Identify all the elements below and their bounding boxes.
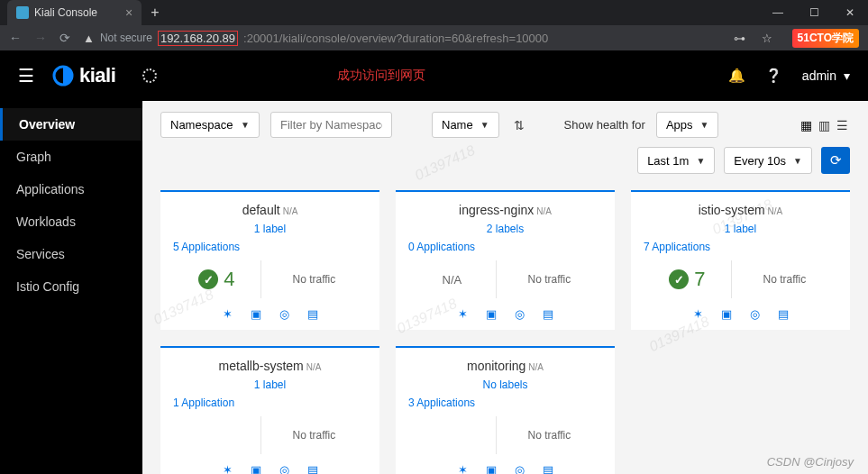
graph-icon[interactable]: ✶ (223, 463, 233, 474)
card-title: metallb-systemN/A (173, 359, 367, 373)
apps-icon[interactable]: ▣ (251, 307, 261, 321)
card-apps-link[interactable]: 1 Application (173, 397, 367, 409)
user-menu[interactable]: admin ▾ (802, 68, 850, 83)
card-health: ✓7 (644, 260, 731, 298)
config-icon[interactable]: ▤ (543, 463, 553, 474)
card-apps-link[interactable]: 0 Applications (408, 241, 602, 253)
view-expand-icon[interactable]: ▦ (798, 117, 814, 133)
tab-close-icon[interactable]: × (125, 5, 132, 20)
health-count: 4 (224, 268, 234, 291)
nav-forward-icon: → (34, 31, 47, 45)
card-labels-link[interactable]: 1 label (173, 223, 367, 235)
hamburger-icon[interactable]: ☰ (18, 65, 34, 87)
config-icon[interactable]: ▤ (543, 307, 553, 321)
apps-icon[interactable]: ▣ (721, 307, 732, 321)
card-apps-link[interactable]: 7 Applications (644, 241, 837, 253)
sidebar-item-graph[interactable]: Graph (0, 141, 142, 173)
card-action-icons: ✶ ▣ ◎ ▤ (173, 307, 367, 321)
workloads-icon[interactable]: ◎ (515, 307, 525, 321)
namespace-dropdown[interactable]: Namespace ▼ (160, 112, 260, 138)
annotation-note: 成功访问到网页 (337, 68, 425, 84)
namespace-card: metallb-systemN/A 1 label 1 Application … (160, 346, 379, 474)
view-list-icon[interactable]: ☰ (834, 117, 850, 133)
sidebar-item-istio-config[interactable]: Istio Config (0, 270, 142, 303)
card-apps-link[interactable]: 3 Applications (408, 397, 602, 409)
graph-icon[interactable]: ✶ (458, 463, 468, 474)
health-ok-icon: ✓ (198, 269, 218, 289)
apps-icon[interactable]: ▣ (251, 463, 261, 474)
workloads-icon[interactable]: ◎ (279, 463, 289, 474)
window-maximize-button[interactable]: ☐ (796, 0, 832, 25)
namespace-card: monitoringN/A No labels 3 Applications N… (396, 346, 615, 474)
config-icon[interactable]: ▤ (778, 307, 789, 321)
refresh-button[interactable]: ⟳ (821, 147, 850, 174)
kiali-logo-icon (52, 65, 74, 87)
workloads-icon[interactable]: ◎ (279, 307, 289, 321)
dropdown-value: Every 10s (734, 154, 786, 168)
card-labels-link[interactable]: 2 labels (408, 223, 602, 235)
time-range-dropdown[interactable]: Last 1m ▼ (637, 147, 715, 174)
card-health (408, 416, 496, 454)
browser-titlebar: Kiali Console × + — ☐ ✕ (0, 0, 868, 25)
card-labels-link[interactable]: No labels (408, 378, 602, 391)
sidebar-item-label: Graph (16, 150, 51, 164)
sort-direction-icon[interactable]: ⇅ (514, 118, 525, 132)
graph-icon[interactable]: ✶ (458, 307, 468, 321)
apps-icon[interactable]: ▣ (486, 307, 497, 321)
nav-back-icon[interactable]: ← (9, 31, 22, 45)
notifications-bell-icon[interactable]: 🔔 (728, 68, 745, 84)
sidebar-item-applications[interactable]: Applications (0, 173, 142, 205)
url-field[interactable]: ▲ Not secure 192.168.20.89:20001/kiali/c… (83, 31, 721, 46)
workloads-icon[interactable]: ◎ (515, 463, 525, 474)
dropdown-label: Namespace (170, 118, 233, 132)
window-close-button[interactable]: ✕ (832, 0, 868, 25)
apps-icon[interactable]: ▣ (486, 463, 497, 474)
loading-spinner-icon (142, 68, 157, 83)
card-traffic: No traffic (496, 260, 602, 298)
key-icon[interactable]: ⊶ (734, 32, 745, 45)
namespace-cards-grid: defaultN/A 1 label 5 Applications ✓4 No … (160, 190, 850, 474)
browser-tab[interactable]: Kiali Console × (7, 0, 142, 25)
config-icon[interactable]: ▤ (307, 307, 318, 321)
namespace-filter-input[interactable] (270, 112, 392, 138)
config-icon[interactable]: ▤ (307, 463, 318, 474)
sidebar-item-workloads[interactable]: Workloads (0, 205, 142, 238)
refresh-interval-dropdown[interactable]: Every 10s ▼ (724, 147, 812, 174)
toolbar-row-2: Last 1m ▼ Every 10s ▼ ⟳ (160, 147, 850, 174)
workloads-icon[interactable]: ◎ (750, 307, 760, 321)
health-count: 7 (694, 268, 705, 291)
card-labels-link[interactable]: 1 label (173, 378, 367, 391)
chevron-down-icon: ▼ (480, 120, 489, 130)
health-for-dropdown[interactable]: Apps ▼ (656, 112, 719, 138)
namespace-card: defaultN/A 1 label 5 Applications ✓4 No … (160, 190, 379, 330)
name-sort-dropdown[interactable]: Name ▼ (432, 112, 499, 138)
dropdown-value: Last 1m (647, 154, 689, 168)
url-host: 192.168.20.89 (158, 31, 238, 46)
card-labels-link[interactable]: 1 label (644, 223, 837, 235)
card-apps-link[interactable]: 5 Applications (173, 241, 367, 253)
card-title: defaultN/A (173, 203, 367, 217)
namespace-card: istio-systemN/A 1 label 7 Applications ✓… (631, 190, 850, 330)
sidebar-item-overview[interactable]: Overview (0, 108, 142, 141)
card-health: ✓4 (173, 260, 260, 298)
nav-reload-icon[interactable]: ⟳ (59, 31, 70, 45)
tab-title: Kiali Console (34, 6, 97, 19)
card-traffic: No traffic (260, 260, 367, 298)
toolbar-row-1: Namespace ▼ Name ▼ ⇅ Show health for App… (160, 112, 850, 138)
card-title: monitoringN/A (408, 359, 602, 373)
browser-address-bar: ← → ⟳ ▲ Not secure 192.168.20.89:20001/k… (0, 25, 868, 50)
health-ok-icon: ✓ (669, 269, 689, 289)
view-compact-icon[interactable]: ▥ (816, 117, 832, 133)
help-icon[interactable]: ❔ (765, 68, 782, 84)
new-tab-button[interactable]: + (151, 5, 159, 21)
user-name: admin (802, 68, 836, 83)
logo[interactable]: kiali (52, 64, 115, 87)
graph-icon[interactable]: ✶ (223, 307, 233, 321)
sidebar-item-services[interactable]: Services (0, 238, 142, 270)
dropdown-value: Apps (666, 118, 693, 132)
sidebar-item-label: Workloads (16, 214, 76, 229)
card-traffic: No traffic (260, 416, 367, 454)
graph-icon[interactable]: ✶ (693, 307, 703, 321)
bookmark-star-icon[interactable]: ☆ (762, 32, 772, 45)
window-minimize-button[interactable]: — (760, 0, 796, 25)
